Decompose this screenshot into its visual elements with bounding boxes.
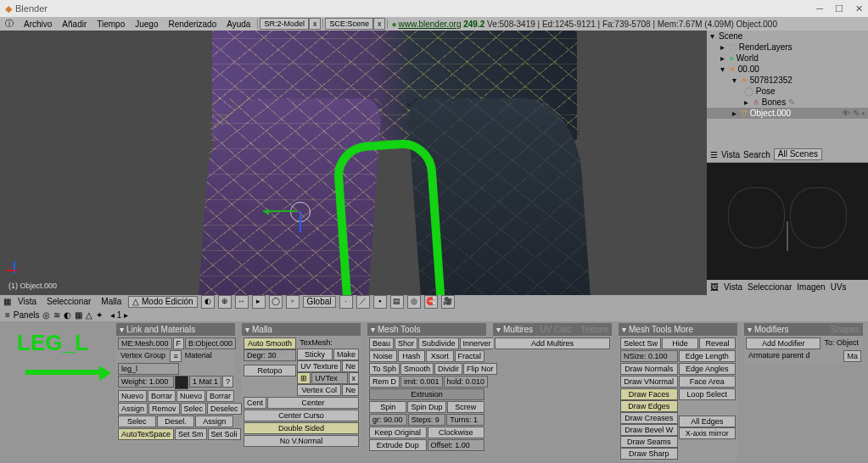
scene-selector[interactable]: SCE:Scene	[325, 18, 373, 30]
uv-uvs[interactable]: UVs	[831, 282, 847, 292]
uvtex-new[interactable]: Ne	[342, 360, 359, 372]
shading-icon[interactable]: ◐	[201, 295, 215, 309]
outliner-renderlayers[interactable]: RenderLayers	[739, 42, 792, 52]
menu-file[interactable]: Archivo	[19, 20, 57, 29]
uv-select[interactable]: Seleccionar	[748, 282, 792, 292]
vcol-new[interactable]: Ne	[342, 384, 359, 396]
outliner-type-icon[interactable]: ☰	[710, 150, 718, 159]
noise[interactable]: Noise	[369, 350, 397, 362]
remdoubles[interactable]: Rem D	[369, 376, 400, 388]
vgroup-menu[interactable]: ≡	[170, 350, 181, 362]
draw-sharp[interactable]: Draw Sharp	[620, 448, 678, 460]
object-name[interactable]: B:Object.000	[185, 337, 236, 349]
mat-select[interactable]: Selec	[181, 403, 207, 415]
propedit-icon[interactable]: ◎	[407, 295, 421, 309]
scene-close[interactable]: x	[373, 18, 386, 30]
v3d-select[interactable]: Seleccionar	[43, 297, 94, 306]
manip-toggle[interactable]: ↔	[235, 295, 249, 309]
v3d-mesh[interactable]: Malla	[98, 297, 125, 306]
mode-selector[interactable]: △ Modo Edición	[128, 296, 197, 308]
outliner-object000[interactable]: Object.000	[750, 109, 791, 118]
weight-field[interactable]: Weight: 1.000	[118, 376, 174, 388]
occlude-icon[interactable]: ▤	[390, 295, 404, 309]
menu-render[interactable]: Renderizado	[164, 20, 222, 29]
double-sided[interactable]: Double Sided	[244, 422, 359, 434]
innervert[interactable]: Innerver	[460, 337, 495, 349]
hash[interactable]: Hash	[398, 350, 426, 362]
uv-view[interactable]: Vista	[724, 282, 742, 292]
degrees[interactable]: gr: 90.00	[369, 414, 407, 426]
screen-close[interactable]: x	[309, 18, 322, 30]
mesh-name[interactable]: ME:Mesh.000	[118, 337, 172, 349]
ctx-edit-icon[interactable]: △	[86, 310, 92, 320]
spindup[interactable]: Spin Dup	[407, 401, 445, 413]
sel-edge-icon[interactable]: ／	[356, 295, 370, 309]
close-icon[interactable]: ✕	[855, 3, 863, 14]
draw-faces[interactable]: Draw Faces	[620, 388, 678, 400]
uv-type-icon[interactable]: 🖼	[710, 282, 719, 292]
mat-assign[interactable]: Assign	[195, 416, 233, 427]
add-multires[interactable]: Add Multires	[495, 337, 610, 349]
tab-uvcalc[interactable]: UV Calc	[540, 325, 571, 334]
loop-select[interactable]: Loop Select	[679, 388, 736, 400]
extrusion-label[interactable]: Extrusion	[369, 388, 484, 400]
manip-rot[interactable]: ◯	[269, 295, 283, 309]
hide[interactable]: Hide	[662, 337, 698, 349]
fake-user[interactable]: F	[173, 337, 185, 349]
set-smooth[interactable]: Set Sm	[175, 428, 207, 440]
x-mirror[interactable]: X-axis mirror	[679, 427, 736, 439]
draw-vnormals[interactable]: Draw VNormal	[620, 376, 678, 388]
orientation[interactable]: Global	[303, 296, 336, 308]
sel-vert-icon[interactable]: ·	[339, 295, 353, 309]
mat-preview[interactable]	[175, 376, 188, 389]
max-icon[interactable]: ☐	[835, 3, 843, 14]
manip-trans[interactable]: ▸	[252, 295, 266, 309]
uv-image[interactable]: Imagen	[797, 282, 825, 292]
add-modifier[interactable]: Add Modifier	[746, 337, 820, 349]
draw-seams[interactable]: Draw Seams	[620, 436, 678, 448]
autotexspace[interactable]: AutoTexSpace	[118, 428, 174, 440]
retopo[interactable]: Retopo	[244, 365, 296, 377]
sel-face-icon[interactable]: ▪	[373, 295, 387, 309]
outliner-scope[interactable]: All Scenes	[774, 148, 822, 160]
min-icon[interactable]: ─	[816, 3, 823, 14]
outliner-armature[interactable]: 00.00	[738, 64, 759, 74]
extrude-dup[interactable]: Extrude Dup	[369, 439, 427, 451]
ctx-logic-icon[interactable]: ◎	[42, 310, 50, 320]
sticky-make[interactable]: Make	[333, 349, 359, 360]
beauty[interactable]: Beau	[369, 337, 394, 349]
smooth[interactable]: Smooth	[400, 363, 434, 375]
outliner-view[interactable]: Vista	[721, 150, 740, 159]
ctx-object-icon[interactable]: ▦	[75, 310, 82, 320]
vg-remove[interactable]: Remov	[148, 403, 180, 415]
vg-select[interactable]: Selec	[118, 416, 156, 427]
edge-angles[interactable]: Edge Angles	[679, 363, 736, 375]
uvtex-active[interactable]: ⊞	[297, 372, 311, 384]
blender-url[interactable]: www.blender.org	[399, 20, 462, 29]
ctx-script-icon[interactable]: ≋	[53, 310, 60, 320]
outliner-search[interactable]: Search	[743, 150, 770, 159]
center-new[interactable]: Center	[267, 397, 359, 409]
center-cursor[interactable]: Center Curso	[244, 410, 359, 421]
short[interactable]: Shor	[395, 337, 417, 349]
uvtex[interactable]: UV Texture	[297, 360, 341, 372]
vg-delete[interactable]: Borrar	[148, 390, 176, 402]
draw-edges[interactable]: Draw Edges	[620, 400, 678, 412]
menu-game[interactable]: Juego	[130, 20, 163, 29]
vg-new[interactable]: Nuevo	[118, 390, 147, 402]
set-solid[interactable]: Set Soli	[208, 428, 241, 440]
threshold[interactable]: hold: 0.010	[444, 376, 489, 388]
uvtex-name[interactable]: UVTex	[311, 372, 347, 384]
manip-scale[interactable]: ▫	[286, 295, 300, 309]
mat-delete[interactable]: Borrar	[206, 390, 234, 402]
cent[interactable]: Cent	[244, 397, 266, 409]
turns[interactable]: Turns: 1	[446, 414, 484, 426]
edge-length[interactable]: Edge Length	[679, 350, 736, 362]
vcol[interactable]: Vertex Col	[297, 384, 341, 396]
info-icon[interactable]: ⓘ	[0, 18, 19, 30]
tab-texture[interactable]: Texture	[580, 325, 608, 334]
steps[interactable]: Steps: 9	[408, 414, 446, 426]
mat-slot[interactable]: 1 Mat 1	[189, 376, 221, 388]
outliner[interactable]: ▾Scene ▸⬚ RenderLayers ▸● World ▾✦ 00.00…	[707, 31, 868, 147]
sticky[interactable]: Sticky	[297, 349, 333, 360]
